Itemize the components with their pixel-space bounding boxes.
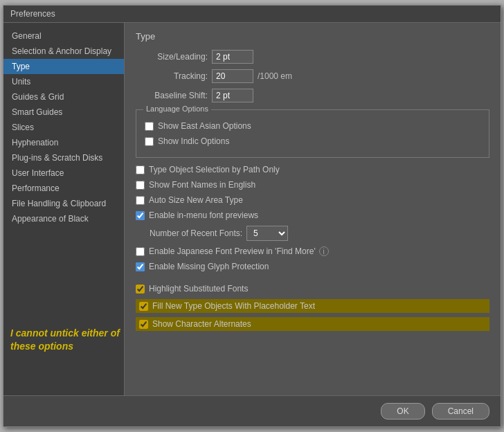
sidebar-item-performance[interactable]: Performance	[3, 181, 124, 196]
title-bar: Preferences	[3, 6, 501, 23]
fill-new-type-row: Fill New Type Objects With Placeholder T…	[136, 299, 489, 313]
show-indic-row: Show Indic Options	[145, 136, 480, 146]
size-leading-row: Size/Leading:	[136, 50, 489, 64]
size-leading-input[interactable]	[212, 50, 253, 64]
number-recent-label: Number of Recent Fonts:	[150, 228, 242, 238]
enable-japanese-row: Enable Japanese Font Preview in 'Find Mo…	[136, 246, 489, 256]
show-character-alternates-checkbox[interactable]	[139, 320, 148, 329]
sidebar-item-selection-anchor[interactable]: Selection & Anchor Display	[3, 44, 124, 59]
auto-size-label: Auto Size New Area Type	[149, 195, 243, 205]
language-options-box: Language Options Show East Asian Options…	[136, 109, 489, 158]
enable-in-menu-label: Enable in-menu font previews	[149, 210, 258, 220]
preferences-dialog: Preferences General Selection & Anchor D…	[3, 5, 501, 427]
sidebar-item-plug-ins[interactable]: Plug-ins & Scratch Disks	[3, 150, 124, 165]
sidebar-item-file-handling[interactable]: File Handling & Clipboard	[3, 196, 124, 211]
cancel-button[interactable]: Cancel	[432, 403, 489, 420]
highlight-substituted-label: Highlight Substituted Fonts	[149, 284, 248, 294]
section-title: Type	[136, 31, 489, 42]
sidebar-item-user-interface[interactable]: User Interface	[3, 165, 124, 181]
show-font-names-checkbox[interactable]	[136, 181, 145, 190]
tracking-input[interactable]	[212, 69, 253, 83]
auto-size-row: Auto Size New Area Type	[136, 195, 489, 205]
type-object-selection-checkbox[interactable]	[136, 165, 145, 174]
number-recent-select[interactable]: 1 2 3 4 5 6 7 8 9 10	[246, 226, 288, 241]
show-east-asian-checkbox[interactable]	[145, 122, 154, 131]
type-object-selection-label: Type Object Selection by Path Only	[149, 165, 280, 174]
show-character-alternates-label: Show Character Alternates	[152, 319, 251, 329]
enable-missing-glyph-checkbox[interactable]	[136, 262, 145, 271]
info-icon[interactable]: i	[319, 246, 329, 256]
fill-new-type-label: Fill New Type Objects With Placeholder T…	[152, 301, 315, 311]
baseline-shift-input[interactable]	[212, 89, 253, 102]
show-indic-checkbox[interactable]	[145, 137, 154, 146]
sidebar: General Selection & Anchor Display Type …	[3, 23, 125, 395]
show-font-names-label: Show Font Names in English	[149, 180, 255, 190]
language-options-legend: Language Options	[143, 105, 211, 113]
size-leading-label: Size/Leading:	[136, 52, 212, 62]
show-east-asian-row: Show East Asian Options	[145, 121, 480, 131]
sidebar-item-smart-guides[interactable]: Smart Guides	[3, 105, 124, 120]
sidebar-item-units[interactable]: Units	[3, 74, 124, 89]
highlight-substituted-row: Highlight Substituted Fonts	[136, 284, 489, 294]
highlight-substituted-checkbox[interactable]	[136, 285, 145, 294]
enable-japanese-checkbox[interactable]	[136, 247, 145, 256]
tracking-label: Tracking:	[136, 71, 212, 81]
show-indic-label: Show Indic Options	[158, 136, 229, 146]
enable-in-menu-checkbox[interactable]	[136, 211, 145, 220]
show-font-names-row: Show Font Names in English	[136, 180, 489, 190]
fill-new-type-checkbox[interactable]	[139, 302, 148, 311]
dialog-title: Preferences	[10, 9, 55, 19]
show-character-alternates-row: Show Character Alternates	[136, 317, 489, 331]
dialog-footer: OK Cancel	[3, 395, 501, 426]
sidebar-item-type[interactable]: Type	[3, 59, 124, 74]
tracking-row: Tracking: /1000 em	[136, 69, 489, 83]
enable-japanese-label: Enable Japanese Font Preview in 'Find Mo…	[149, 246, 316, 256]
main-content: Type Size/Leading: Tracking: /1000 em Ba…	[125, 23, 501, 395]
sidebar-item-hyphenation[interactable]: Hyphenation	[3, 135, 124, 150]
sidebar-item-guides-grid[interactable]: Guides & Grid	[3, 89, 124, 105]
type-object-selection-row: Type Object Selection by Path Only	[136, 165, 489, 174]
sidebar-item-appearance-of-black[interactable]: Appearance of Black	[3, 211, 124, 226]
enable-missing-glyph-label: Enable Missing Glyph Protection	[149, 262, 269, 271]
baseline-shift-label: Baseline Shift:	[136, 91, 212, 100]
enable-missing-glyph-row: Enable Missing Glyph Protection	[136, 262, 489, 271]
number-of-recent-row: Number of Recent Fonts: 1 2 3 4 5 6 7 8 …	[150, 226, 489, 241]
ok-button[interactable]: OK	[381, 403, 424, 420]
auto-size-checkbox[interactable]	[136, 196, 145, 205]
enable-in-menu-row: Enable in-menu font previews	[136, 210, 489, 220]
tracking-unit: /1000 em	[258, 71, 292, 81]
sidebar-item-slices[interactable]: Slices	[3, 120, 124, 135]
show-east-asian-label: Show East Asian Options	[158, 121, 251, 131]
baseline-shift-row: Baseline Shift:	[136, 89, 489, 102]
sidebar-item-general[interactable]: General	[3, 28, 124, 44]
